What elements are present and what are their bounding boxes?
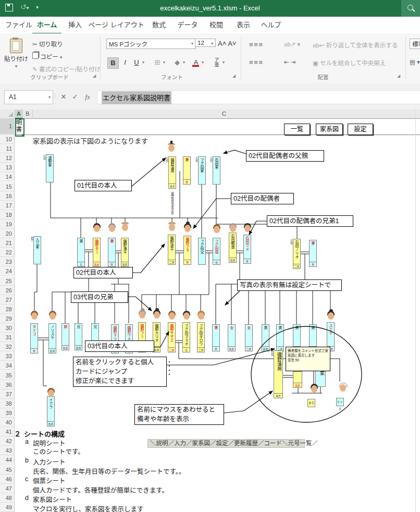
person-box[interactable]: 長女 <box>293 371 302 388</box>
callout-label: 名前にマウスをあわせると 備考や年齢を表示 <box>134 404 224 425</box>
side-label: 先祖 <box>42 155 46 160</box>
person-box[interactable]: ヒトデ <box>336 398 344 406</box>
relation-tag: 二女 <box>245 346 252 351</box>
callout-label: 01代目の本人 <box>75 180 132 191</box>
person-box[interactable]: 男二男 <box>276 324 284 351</box>
person-box[interactable]: 磯野藻屑当主先祖 <box>168 156 176 189</box>
person-box[interactable]: フグ田家先祖 <box>198 156 206 185</box>
person-name[interactable]: タラ <box>308 399 315 407</box>
person-name[interactable]: 磯野藻屑 <box>274 352 282 371</box>
person-name[interactable]: 男 <box>262 326 269 330</box>
person-name[interactable]: イクラ <box>47 398 54 409</box>
person-name[interactable]: 妻 <box>108 239 115 243</box>
person-box[interactable]: 姉長女 <box>61 323 69 350</box>
person-box[interactable]: 波野家先祖 <box>46 154 54 182</box>
relation-tag: 夫 <box>183 347 190 352</box>
person-box[interactable]: 入江家養子 <box>33 236 41 264</box>
relation-tag: 長女 <box>293 383 302 387</box>
person-name[interactable]: 磯野海平 <box>121 239 128 254</box>
side-label: 先祖 <box>289 239 293 245</box>
person-name[interactable]: 兄 <box>75 325 82 328</box>
person-name[interactable]: 石田ウメ <box>244 236 251 251</box>
person-box[interactable]: 磯野海平長男 <box>121 238 129 267</box>
person-box[interactable]: タラ <box>307 399 315 407</box>
person-box[interactable]: 石田家先祖 <box>213 156 220 185</box>
person-name[interactable]: フグ田タロウ <box>197 324 204 346</box>
person-box[interactable]: 女長女 <box>228 324 236 351</box>
relation-tag: 長女 <box>93 262 100 266</box>
relation-tag: 当主 <box>274 393 282 398</box>
person-name[interactable]: 兄 <box>92 325 98 328</box>
person-name[interactable]: ヒトデ <box>337 398 343 413</box>
person-name[interactable]: 男 <box>293 326 300 330</box>
relation-tag: 夫 <box>78 262 84 266</box>
relation-tag: 妻 <box>183 179 190 184</box>
person-name[interactable]: 男 <box>310 326 316 330</box>
person-name[interactable]: スエ子 <box>327 324 334 335</box>
person-box[interactable]: 磯野サザエ二女 <box>168 322 176 352</box>
person-name[interactable]: 磯野フネ <box>184 237 191 252</box>
person-name[interactable]: 男 <box>277 326 283 330</box>
person-box[interactable]: フグ田マスオ夫 <box>182 322 190 352</box>
person-name[interactable]: 妻 <box>183 158 190 162</box>
face-icon <box>93 223 101 233</box>
person-name[interactable]: フグ田マスオ <box>183 324 190 346</box>
person-box[interactable]: 女二女 <box>245 324 253 351</box>
person-box[interactable]: 石田ノリオ二男先祖 <box>293 239 301 269</box>
person-name[interactable]: 妻 <box>213 326 219 330</box>
person-box[interactable]: タイコ妻 <box>30 323 38 353</box>
person-name[interactable]: 女 <box>245 326 252 330</box>
person-name[interactable]: フグ田家 <box>199 158 205 173</box>
person-box[interactable]: ノリスケ長男 <box>48 323 56 353</box>
person-name[interactable]: フグ田母 <box>213 239 220 254</box>
relation-tag: 母 <box>213 260 220 264</box>
person-name[interactable]: フグ田父 <box>199 239 205 254</box>
person-name[interactable]: 磯野波平 <box>168 236 175 251</box>
person-box[interactable]: 妻妻 <box>309 240 317 267</box>
person-name[interactable]: 石田ノリオ <box>293 240 300 259</box>
person-name[interactable]: 妻 <box>310 241 316 245</box>
face-icon <box>197 311 205 321</box>
person-box[interactable]: 妻妻 <box>212 324 220 351</box>
person-name[interactable]: ノリスケ <box>49 325 56 339</box>
person-box[interactable]: フグ田タロウ二男 <box>197 322 205 352</box>
face-icon <box>213 224 221 234</box>
person-box[interactable]: 石田ウメ妻 <box>243 235 251 264</box>
person-box[interactable]: 男長男 <box>262 324 269 351</box>
person-name[interactable]: 磯野サザエ <box>168 324 175 342</box>
person-box[interactable]: 磯野藻屑当主先祖 <box>274 350 283 398</box>
person-box[interactable]: 磯野フネ妻 <box>183 236 191 265</box>
relation-tag: 二女 <box>168 347 175 352</box>
person-box[interactable]: 磯野波平二男 <box>168 235 176 265</box>
person-name[interactable]: 磯野藻屑 <box>169 158 176 173</box>
person-name[interactable]: 磯野マツ <box>112 326 118 340</box>
person-box[interactable]: 妻妻 <box>183 156 191 185</box>
person-box[interactable]: 男夫 <box>77 238 85 267</box>
person-box[interactable]: 石田鯛造長男 <box>229 233 237 263</box>
person-box[interactable]: フグ田母母 <box>213 238 220 265</box>
outline-marker: b <box>25 457 29 464</box>
face-icon <box>47 388 55 398</box>
person-name[interactable]: 磯野フミ <box>139 324 145 338</box>
person-name[interactable]: 石田鯛造 <box>229 234 236 249</box>
face-icon <box>310 384 318 394</box>
person-box[interactable]: フグ田父 <box>198 238 206 265</box>
person-name[interactable]: 磯野ウメ <box>126 326 132 340</box>
person-box[interactable]: 磯野タミ長女 <box>93 238 101 267</box>
person-name[interactable]: 磯野タミ <box>93 239 100 254</box>
person-box[interactable]: 妻妻 <box>108 238 116 267</box>
person-name[interactable]: 石田家 <box>213 158 220 169</box>
person-name[interactable]: 女 <box>228 326 235 330</box>
face-icon <box>30 311 39 321</box>
person-name[interactable]: 姉 <box>62 325 69 328</box>
person-name[interactable]: 波野家 <box>46 156 53 167</box>
person-box[interactable]: イクラ長男 <box>47 396 55 426</box>
person-name[interactable]: 入江家 <box>34 238 41 249</box>
person-box[interactable]: 兄長男 <box>75 323 82 350</box>
person-name[interactable]: タイコ <box>31 325 38 336</box>
comment-tooltip: 備考欄をコメント形式で家 系図に表示します 享年:50 <box>286 347 330 371</box>
person-name[interactable]: 男 <box>78 239 84 243</box>
person-name[interactable]: 家 <box>316 371 325 375</box>
person-name[interactable]: 磯野カツオ <box>153 324 160 342</box>
side-label: 先祖 <box>194 157 198 162</box>
